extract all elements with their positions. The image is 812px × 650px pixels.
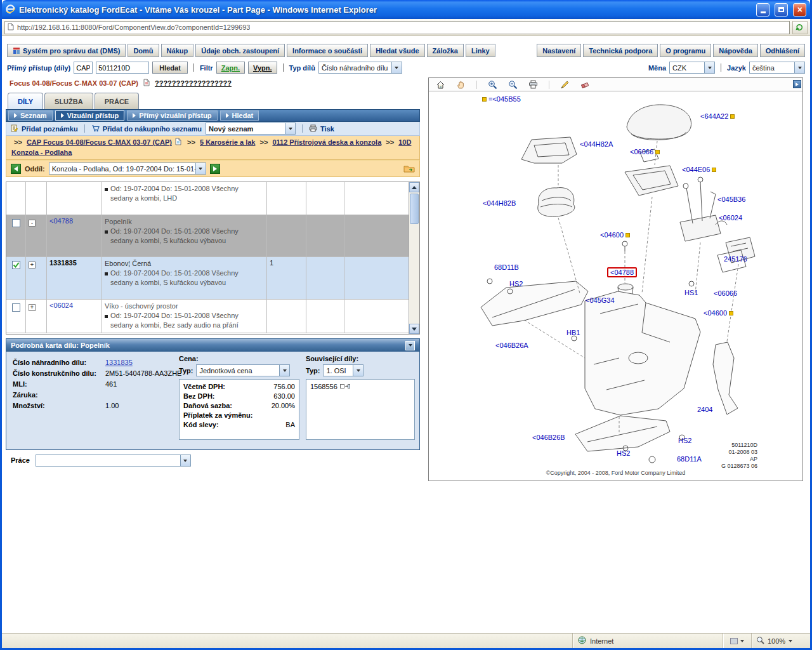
- diagram-part-label[interactable]: HB1: [566, 329, 580, 336]
- diagram-part-label[interactable]: HS1: [684, 289, 698, 296]
- detail-part-number-link[interactable]: 1331835: [105, 359, 133, 366]
- subtab-vizualni-pristup[interactable]: Vizuální přístup: [55, 110, 125, 121]
- document-icon[interactable]: [175, 138, 181, 148]
- zoom-out-tool[interactable]: [508, 80, 518, 90]
- address-input[interactable]: http://192.168.16.11:8080/Ford/Component…: [17, 23, 250, 31]
- diagram-part-label[interactable]: HS2: [678, 437, 691, 444]
- diagram-part-label[interactable]: <04600: [704, 309, 733, 317]
- subtab-primy-vizualni-pristup[interactable]: Přímý vizuální přístup: [127, 110, 217, 121]
- search-button[interactable]: Hledat: [152, 62, 188, 74]
- diagram-part-label[interactable]: <06024: [719, 214, 742, 222]
- row-checkbox[interactable]: [12, 261, 20, 269]
- measure-tool[interactable]: [560, 80, 570, 90]
- nav-domu-button[interactable]: Domů: [128, 44, 159, 57]
- diagram-part-label[interactable]: <045G34: [586, 296, 615, 304]
- diagram-part-label[interactable]: <046B26B: [532, 434, 565, 441]
- table-scrollbar[interactable]: [409, 182, 419, 334]
- nav-odhlaseni-button[interactable]: Odhlášení: [760, 44, 805, 57]
- section-back-button[interactable]: [11, 164, 21, 174]
- part-number-link[interactable]: <06024: [49, 302, 73, 309]
- refresh-button[interactable]: [792, 21, 808, 34]
- nav-technicka-podpora-button[interactable]: Technická podpora: [583, 44, 658, 57]
- row-expander[interactable]: +: [29, 304, 36, 311]
- diagram-part-label[interactable]: <044H82B: [483, 199, 516, 207]
- window-titlebar[interactable]: Elektronický katalog FordEcat - Vítáme V…: [2, 0, 810, 19]
- table-row[interactable]: - <04788 Popelník Od: 19-07-2004 Do: 15-…: [6, 215, 409, 257]
- add-to-shopping-list-button[interactable]: Přidat do nákupního seznamu: [91, 124, 202, 133]
- row-expander[interactable]: +: [29, 262, 36, 269]
- tab-dily[interactable]: DÍLY: [8, 93, 43, 109]
- home-tool[interactable]: [436, 80, 445, 90]
- nav-nakup-button[interactable]: Nákup: [161, 44, 194, 57]
- nav-nastaveni-button[interactable]: Nastavení: [537, 44, 581, 57]
- close-button[interactable]: [793, 3, 806, 17]
- diagram-part-label[interactable]: <04788: [607, 267, 637, 277]
- diagram-part-label[interactable]: <06066: [714, 289, 737, 297]
- diagram-part-label[interactable]: 245176: [724, 255, 747, 263]
- eraser-tool[interactable]: [580, 80, 590, 90]
- print-tool[interactable]: [528, 80, 538, 89]
- detail-collapse-button[interactable]: [405, 341, 415, 350]
- diagram-part-label[interactable]: <046B26A: [495, 342, 528, 349]
- folder-icon[interactable]: [403, 164, 415, 173]
- zoom-in-tool[interactable]: [488, 80, 497, 90]
- nav-o-programu-button[interactable]: O programu: [660, 44, 711, 57]
- section-forward-button[interactable]: [210, 164, 220, 174]
- nav-napoveda-button[interactable]: Nápověda: [713, 44, 758, 57]
- scroll-up-button[interactable]: [409, 182, 419, 192]
- address-field[interactable]: http://192.168.16.11:8080/Ford/Component…: [4, 21, 790, 34]
- table-row[interactable]: + 1331835 Ebonov¦ Černá Od: 19-07-2004 D…: [6, 257, 409, 300]
- breadcrumb-link-karoserie[interactable]: 5 Karosérie a lak: [200, 138, 255, 146]
- nav-dms-button[interactable]: Systém pro správu dat (DMS): [7, 44, 126, 57]
- table-row[interactable]: + <06024 Víko - úschovný prostor Od: 19-…: [6, 300, 409, 333]
- diagram-part-label[interactable]: HS2: [509, 280, 523, 288]
- nav-udaje-zastoupeni-button[interactable]: Údaje obch. zastoupení: [195, 44, 285, 57]
- nav-linky-button[interactable]: Linky: [466, 44, 495, 57]
- breadcrumb-link-pristrojova-deska[interactable]: 0112 Přístrojová deska a konzola: [272, 138, 381, 146]
- labour-select[interactable]: [36, 454, 191, 467]
- diagram-part-label[interactable]: <044H82A: [580, 140, 613, 148]
- diagram-part-label[interactable]: <044E06: [682, 166, 716, 173]
- subtab-seznam[interactable]: Seznam: [8, 110, 53, 121]
- shopping-list-select[interactable]: Nový seznam: [206, 123, 296, 135]
- currency-select[interactable]: CZK: [669, 62, 715, 74]
- minimize-button[interactable]: [756, 3, 769, 17]
- diagram-part-label[interactable]: 68D11A: [677, 455, 702, 463]
- filter-off-button[interactable]: Vypn.: [248, 62, 277, 74]
- part-number-input[interactable]: [96, 62, 149, 74]
- add-note-button[interactable]: Přidat poznámku: [11, 124, 78, 133]
- table-row[interactable]: Od: 19-07-2004 Do: 15-01-2008 Všechny se…: [6, 182, 409, 215]
- row-expander[interactable]: -: [29, 220, 36, 227]
- nav-zalozka-button[interactable]: Záložka: [427, 44, 464, 57]
- tab-prace[interactable]: PRÁCE: [95, 93, 140, 109]
- print-button[interactable]: Tisk: [309, 124, 334, 133]
- pan-tool[interactable]: [456, 80, 466, 90]
- diagram-canvas[interactable]: =<045B55 <644A22<044H82A<06066<044E06<04…: [429, 91, 802, 481]
- price-type-select[interactable]: Jednotková cena: [196, 364, 290, 376]
- diagram-part-label[interactable]: HS2: [617, 449, 630, 457]
- diagram-part-label[interactable]: <06066: [630, 148, 660, 156]
- diagram-part-label[interactable]: <04600: [600, 231, 630, 239]
- vehicle-placeholder-link[interactable]: ??????????????????: [155, 79, 232, 87]
- diagram-part-label[interactable]: 2404: [697, 406, 712, 413]
- part-type-select[interactable]: Číslo náhradního dílu: [318, 62, 402, 74]
- panel-expand-button[interactable]: [793, 80, 801, 88]
- filter-on-button[interactable]: Zapn.: [216, 62, 245, 74]
- nav-informace-soucasti-button[interactable]: Informace o součásti: [287, 44, 368, 57]
- scroll-down-button[interactable]: [409, 324, 419, 334]
- diagram-part-label[interactable]: <045B36: [717, 196, 745, 203]
- language-select[interactable]: čeština: [749, 62, 805, 74]
- related-part-link[interactable]: 1568556: [310, 382, 337, 392]
- diagram-part-label[interactable]: 68D11B: [494, 263, 519, 271]
- zoom-control[interactable]: 100%: [751, 633, 810, 648]
- diagram-part-label[interactable]: <644A22: [700, 112, 735, 120]
- nav-hledat-vsude-button[interactable]: Hledat všude: [370, 44, 424, 57]
- vehicle-note-icon[interactable]: [143, 79, 150, 88]
- tab-sluzba[interactable]: SLUŽBA: [44, 93, 93, 109]
- subtab-hledat[interactable]: Hledat: [220, 110, 259, 121]
- related-type-select[interactable]: 1. OSI: [323, 364, 363, 376]
- maximize-button[interactable]: [775, 3, 788, 17]
- row-checkbox[interactable]: [12, 219, 20, 227]
- part-number-link[interactable]: <04788: [49, 217, 73, 225]
- scroll-thumb[interactable]: [410, 194, 419, 224]
